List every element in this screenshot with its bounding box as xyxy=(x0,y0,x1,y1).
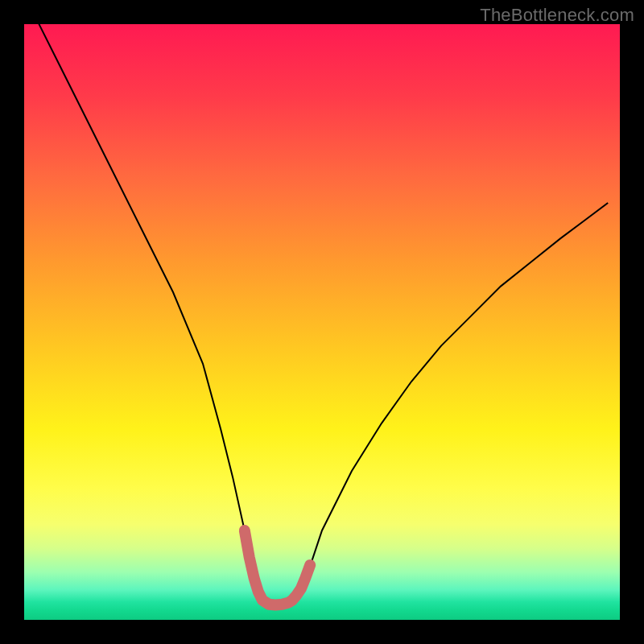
chart-frame: TheBottleneck.com xyxy=(0,0,644,644)
bottleneck-curve xyxy=(36,19,608,605)
chart-svg xyxy=(24,24,620,620)
valley-highlight xyxy=(245,530,310,605)
plot-area xyxy=(24,24,620,620)
watermark-text: TheBottleneck.com xyxy=(480,5,634,26)
